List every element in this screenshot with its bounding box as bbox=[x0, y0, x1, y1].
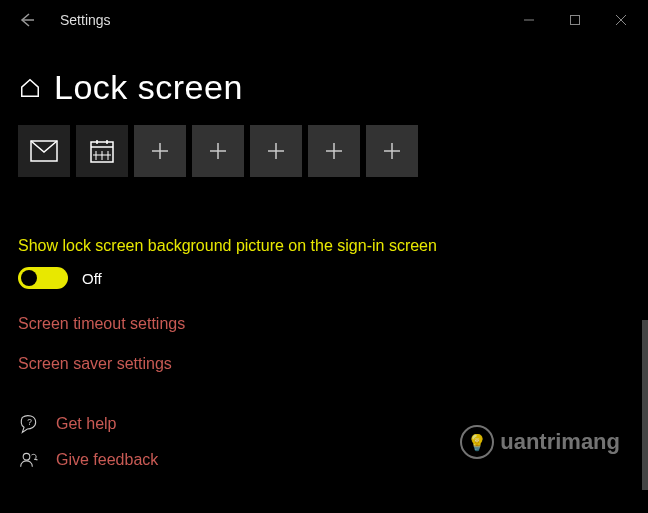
app-name: Settings bbox=[60, 12, 111, 28]
toggle-row: Off bbox=[18, 267, 630, 289]
link-give-feedback[interactable]: Give feedback bbox=[18, 449, 630, 471]
link-screen-saver[interactable]: Screen saver settings bbox=[18, 355, 630, 373]
page-header: Lock screen bbox=[18, 68, 630, 107]
help-icon: ? bbox=[18, 413, 40, 435]
toggle-state: Off bbox=[82, 270, 102, 287]
mail-icon bbox=[30, 140, 58, 162]
page-title: Lock screen bbox=[54, 68, 243, 107]
maximize-button[interactable] bbox=[552, 0, 598, 40]
plus-icon bbox=[382, 141, 402, 161]
tile-add-2[interactable] bbox=[192, 125, 244, 177]
plus-icon bbox=[150, 141, 170, 161]
link-screen-timeout[interactable]: Screen timeout settings bbox=[18, 315, 630, 333]
plus-icon bbox=[208, 141, 228, 161]
plus-icon bbox=[266, 141, 286, 161]
tile-add-3[interactable] bbox=[250, 125, 302, 177]
title-bar: Settings bbox=[0, 0, 648, 40]
tile-add-1[interactable] bbox=[134, 125, 186, 177]
plus-icon bbox=[324, 141, 344, 161]
tile-add-4[interactable] bbox=[308, 125, 360, 177]
tile-mail[interactable] bbox=[18, 125, 70, 177]
back-button[interactable] bbox=[4, 0, 50, 40]
svg-point-24 bbox=[23, 453, 30, 460]
svg-text:?: ? bbox=[27, 417, 32, 427]
tile-add-5[interactable] bbox=[366, 125, 418, 177]
footer-links: ? Get help Give feedback bbox=[18, 413, 630, 471]
svg-rect-1 bbox=[571, 16, 580, 25]
close-button[interactable] bbox=[598, 0, 644, 40]
quick-status-tiles bbox=[18, 125, 630, 177]
tile-calendar[interactable] bbox=[76, 125, 128, 177]
content-area: Lock screen bbox=[0, 68, 648, 471]
feedback-icon bbox=[18, 449, 40, 471]
minimize-button[interactable] bbox=[506, 0, 552, 40]
scrollbar-thumb[interactable] bbox=[642, 320, 648, 490]
calendar-icon bbox=[89, 138, 115, 164]
link-get-help[interactable]: ? Get help bbox=[18, 413, 630, 435]
toggle-knob bbox=[21, 270, 37, 286]
setting-label: Show lock screen background picture on t… bbox=[18, 237, 630, 255]
window-controls bbox=[506, 0, 644, 40]
link-label: Get help bbox=[56, 415, 116, 433]
home-icon[interactable] bbox=[18, 76, 42, 100]
toggle-switch[interactable] bbox=[18, 267, 68, 289]
link-label: Give feedback bbox=[56, 451, 158, 469]
